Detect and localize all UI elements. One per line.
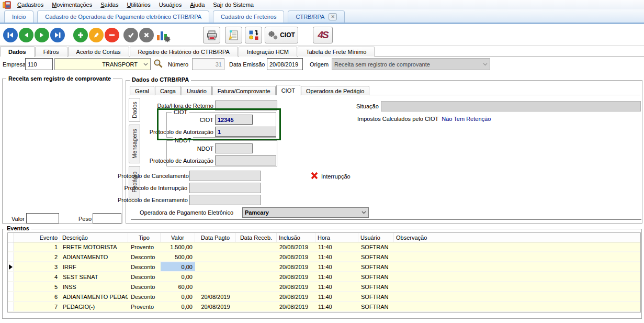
transfer-button[interactable] [245,27,262,43]
ndot-protocolo-autorizacao-input[interactable] [215,155,276,165]
logo-button[interactable]: 4S [313,27,333,43]
table-cell[interactable]: 20/08/2019 [277,302,315,311]
table-cell[interactable]: 3 [14,262,60,271]
table-cell[interactable]: SOFTRAN [358,262,394,271]
page-tab[interactable]: Registro de Histórico do CTRB/RPA [130,47,238,57]
table-cell[interactable] [236,282,277,291]
table-cell[interactable]: Provento [128,302,161,311]
page-tab[interactable]: Integração HCM [239,47,297,57]
table-cell[interactable]: 20/08/2019 [277,282,315,291]
table-cell[interactable]: ADIANTAMENTO [60,252,128,261]
nav-prev-button[interactable] [19,28,33,42]
table-cell[interactable]: 11:40 [315,282,358,291]
table-cell[interactable]: Provento [128,242,161,251]
table-cell[interactable]: 11:40 [315,262,358,271]
table-cell[interactable] [195,242,236,251]
ctrb-tab[interactable]: Usuário [182,86,212,95]
menu-item[interactable]: Saídas [96,1,122,8]
page-tab[interactable]: Tabela de Frete Mínimo [298,47,375,57]
menu-item[interactable]: Utilitários [122,1,154,8]
menu-item[interactable]: Sair do Sistema [209,1,258,8]
table-cell[interactable]: 5 [14,282,60,291]
table-cell[interactable] [394,272,640,281]
table-cell[interactable]: SOFTRAN [358,282,394,291]
table-cell[interactable] [236,302,277,311]
page-tab[interactable]: Dados [0,46,35,57]
table-cell[interactable]: 60,00 [161,282,195,291]
protocolo-interrupcao-input[interactable] [189,183,261,193]
protocolo-cancelamento-input[interactable] [189,171,261,181]
table-row[interactable]: 7PEDAGIO(-)Provento0,0020/08/201920/08/2… [8,302,640,312]
table-cell[interactable] [236,252,277,261]
delete-record-button[interactable] [105,28,119,42]
table-cell[interactable]: 20/08/2019 [195,302,236,311]
cancel-button[interactable] [139,28,154,42]
table-cell[interactable]: 11:40 [315,252,358,261]
origem-select[interactable]: Receita sem registro de comprovante [332,58,490,70]
window-tab[interactable]: Cadastro de Operadora de Pagamento eletr… [37,10,209,23]
empresa-name-select[interactable]: TRANSPORT [54,58,151,70]
search-icon[interactable] [153,59,163,69]
table-cell[interactable]: SOFTRAN [358,302,394,311]
valor-input[interactable] [26,213,59,224]
table-cell[interactable]: Desconto [128,252,161,261]
menu-item[interactable]: Ajuda [186,1,209,8]
table-cell[interactable]: 6 [14,292,60,301]
table-cell[interactable]: 0,00 [161,302,195,311]
table-cell[interactable]: SOFTRAN [358,292,394,301]
window-tab[interactable]: CTRB/RPA✕ [288,10,345,23]
table-cell[interactable]: 20/08/2019 [277,242,315,251]
table-cell[interactable] [236,262,277,271]
nav-last-button[interactable] [50,28,65,42]
table-cell[interactable]: Desconto [128,272,161,281]
ctrb-tab[interactable]: Carga [155,86,181,95]
edit-record-button[interactable] [89,28,104,42]
menu-item[interactable]: Usuários [155,1,186,8]
column-header[interactable]: Inclusão [277,233,315,242]
page-tab[interactable]: Filtros [35,47,67,57]
table-cell[interactable]: IRRF [60,262,128,271]
table-cell[interactable]: 2 [14,252,60,261]
column-header[interactable]: Observação [394,233,640,242]
table-row[interactable]: 6ADIANTAMENTO PEDAGIO(+)Desconto0,0020/0… [8,292,640,302]
table-row[interactable]: 5INSSDesconto60,0020/08/201911:40SOFTRAN [8,282,640,292]
situacao-input[interactable] [381,101,641,112]
table-cell[interactable]: 20/08/2019 [277,272,315,281]
table-cell[interactable]: 4 [14,272,60,281]
confirm-button[interactable] [123,28,138,42]
table-cell[interactable]: INSS [60,282,128,291]
table-cell[interactable]: Desconto [128,292,161,301]
table-cell[interactable]: ADIANTAMENTO PEDAGIO(+) [60,292,128,301]
table-cell[interactable]: 1.500,00 [161,242,195,251]
side-tab[interactable]: Pedágio [129,166,140,198]
table-cell[interactable]: SEST SENAT [60,272,128,281]
table-cell[interactable]: 11:40 [315,242,358,251]
table-cell[interactable]: 20/08/2019 [195,292,236,301]
empresa-code-input[interactable]: 110 [25,58,53,70]
data-emissao-input[interactable]: 20/08/2019 [267,58,303,70]
side-tab[interactable]: Dados [129,98,140,122]
table-row[interactable]: 3IRRFDesconto0,0020/08/201911:40SOFTRAN [8,262,640,272]
table-cell[interactable]: Desconto [128,282,161,291]
table-cell[interactable] [394,282,640,291]
table-cell[interactable]: 0,00 [161,272,195,281]
peso-input[interactable] [93,213,121,224]
table-cell[interactable]: 11:40 [315,302,358,311]
table-cell[interactable]: 20/08/2019 [277,252,315,261]
table-cell[interactable] [394,292,640,301]
table-cell[interactable]: 500,00 [161,252,195,261]
table-cell[interactable] [394,262,640,271]
window-tab[interactable]: Início [4,10,33,23]
table-cell[interactable] [195,272,236,281]
table-cell[interactable] [236,242,277,251]
table-cell[interactable] [394,302,640,311]
table-cell[interactable] [195,252,236,261]
table-cell[interactable]: 7 [14,302,60,311]
table-cell[interactable]: 20/08/2019 [277,292,315,301]
column-header[interactable]: Data Receb. [236,233,277,242]
nav-next-button[interactable] [35,28,49,42]
print-button[interactable] [203,27,220,43]
table-cell[interactable]: 20/08/2019 [277,262,315,271]
table-row[interactable]: 2ADIANTAMENTODesconto500,0020/08/201911:… [8,252,640,262]
table-cell[interactable]: 0,00 [161,292,195,301]
